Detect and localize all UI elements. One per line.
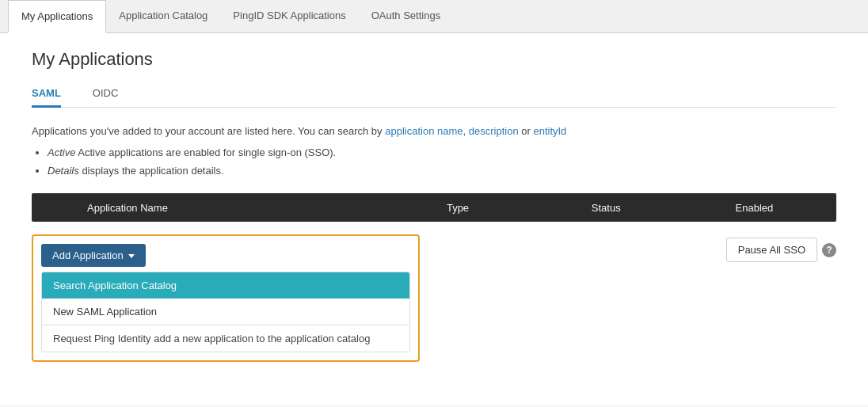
dropdown-container: Add Application Search Application Catal… xyxy=(32,234,420,362)
menu-item-request-ping[interactable]: Request Ping Identity add a new applicat… xyxy=(42,325,409,352)
info-bullet-1: Active Active applications are enabled f… xyxy=(48,145,836,162)
tab-pingid-sdk[interactable]: PingID SDK Applications xyxy=(220,0,358,33)
main-content: My Applications SAML OIDC Applications y… xyxy=(0,33,868,405)
pause-all-sso-button[interactable]: Pause All SSO xyxy=(726,238,817,262)
top-navigation: My Applications Application Catalog Ping… xyxy=(0,0,868,33)
tab-application-catalog[interactable]: Application Catalog xyxy=(106,0,220,33)
info-section: Applications you've added to your accoun… xyxy=(32,124,836,179)
table-header: Application Name Type Status Enabled xyxy=(32,193,836,222)
col-header-status: Status xyxy=(532,202,680,214)
sub-tab-saml[interactable]: SAML xyxy=(32,82,61,108)
col-header-type: Type xyxy=(383,202,531,214)
dropdown-menu: Search Application Catalog New SAML Appl… xyxy=(41,272,410,352)
add-application-label: Add Application xyxy=(52,249,124,261)
page-title: My Applications xyxy=(32,49,836,70)
col-header-name: Application Name xyxy=(40,202,383,214)
menu-item-new-saml[interactable]: New SAML Application xyxy=(42,299,409,325)
info-main-text: Applications you've added to your accoun… xyxy=(32,124,836,140)
info-bullets: Active Active applications are enabled f… xyxy=(48,145,836,180)
help-icon[interactable]: ? xyxy=(822,243,836,257)
tab-my-applications[interactable]: My Applications xyxy=(8,0,106,33)
add-application-button[interactable]: Add Application xyxy=(41,244,146,267)
sub-tabs: SAML OIDC xyxy=(32,82,836,108)
menu-item-search-catalog[interactable]: Search Application Catalog xyxy=(42,272,409,299)
caret-icon xyxy=(128,254,135,258)
col-header-enabled: Enabled xyxy=(680,202,828,214)
pause-sso-area: Pause All SSO ? xyxy=(726,238,836,262)
tab-oauth-settings[interactable]: OAuth Settings xyxy=(359,0,453,33)
info-bullet-2: Details displays the application details… xyxy=(48,163,836,180)
sub-tab-oidc[interactable]: OIDC xyxy=(93,82,119,108)
add-application-area: Add Application Search Application Catal… xyxy=(32,234,836,362)
